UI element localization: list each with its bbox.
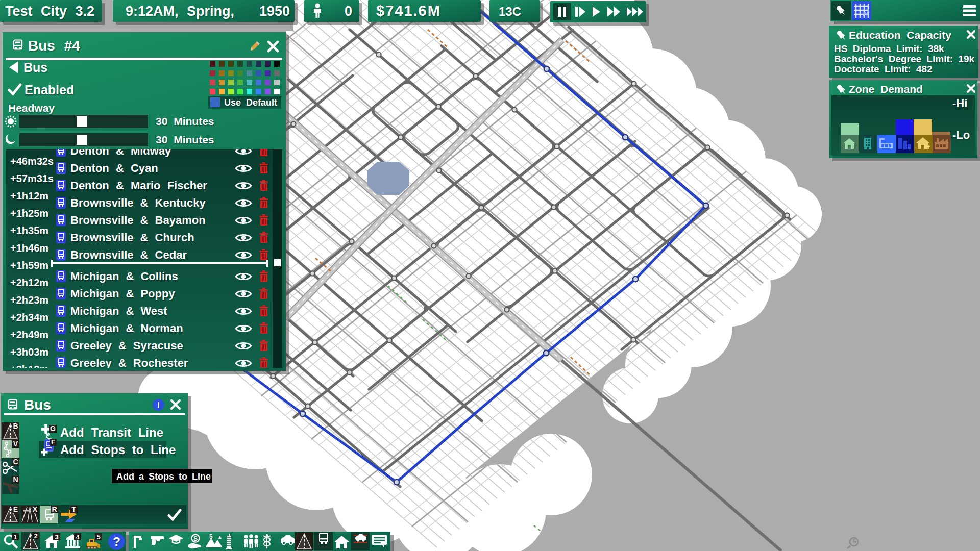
svg-text:T: T — [71, 506, 76, 513]
svg-text:G: G — [50, 424, 56, 433]
svg-text:V: V — [13, 440, 18, 448]
svg-text:R: R — [52, 506, 57, 513]
svg-text:C: C — [13, 458, 18, 466]
svg-text:5: 5 — [96, 533, 100, 541]
svg-text:4: 4 — [76, 533, 80, 541]
svg-text:N: N — [13, 476, 18, 484]
svg-text:1: 1 — [13, 533, 17, 541]
svg-text:B: B — [13, 422, 18, 430]
svg-text:X: X — [33, 506, 38, 513]
svg-text:F: F — [51, 438, 55, 446]
svg-text:5: 5 — [209, 534, 213, 540]
svg-text:S: S — [193, 535, 198, 542]
svg-text:3: 3 — [55, 533, 58, 541]
svg-text:2: 2 — [34, 532, 37, 540]
svg-text:E: E — [13, 506, 18, 513]
